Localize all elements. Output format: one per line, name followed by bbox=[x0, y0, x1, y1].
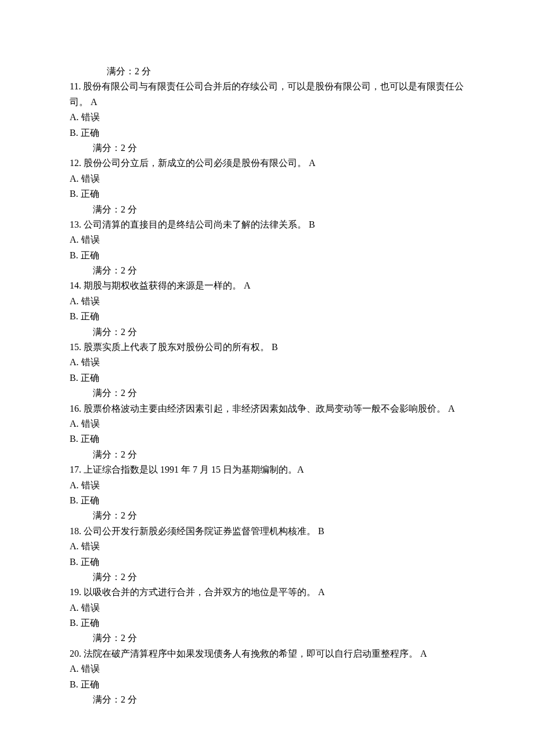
option-a: A. 错误 bbox=[70, 661, 464, 676]
option-a: A. 错误 bbox=[70, 478, 464, 493]
option-a: A. 错误 bbox=[70, 600, 464, 615]
option-a: A. 错误 bbox=[70, 294, 464, 309]
question-block-20: 20. 法院在破产清算程序中如果发现债务人有挽救的希望，即可以自行启动重整程序。… bbox=[70, 646, 464, 708]
option-a: A. 错误 bbox=[70, 171, 464, 186]
score-line: 满分：2 分 bbox=[70, 570, 464, 585]
score-line: 满分：2 分 bbox=[70, 141, 464, 156]
option-b: B. 正确 bbox=[70, 248, 464, 263]
question-block-11: 11. 股份有限公司与有限责任公司合并后的存续公司，可以是股份有限公司，也可以是… bbox=[70, 79, 464, 156]
question-block-13: 13. 公司清算的直接目的是终结公司尚未了解的法律关系。 B A. 错误 B. … bbox=[70, 217, 464, 279]
option-a: A. 错误 bbox=[70, 539, 464, 554]
option-a: A. 错误 bbox=[70, 355, 464, 370]
option-a: A. 错误 bbox=[70, 416, 464, 431]
option-b: B. 正确 bbox=[70, 677, 464, 692]
question-text: 14. 期股与期权收益获得的来源是一样的。 A bbox=[70, 278, 464, 293]
option-b: B. 正确 bbox=[70, 125, 464, 141]
question-text: 17. 上证综合指数是以 1991 年 7 月 15 日为基期编制的。A bbox=[70, 462, 464, 477]
question-text: 18. 公司公开发行新股必须经国务院证券监督管理机构核准。 B bbox=[70, 524, 464, 539]
question-block-19: 19. 以吸收合并的方式进行合并，合并双方的地位是平等的。 A A. 错误 B.… bbox=[70, 585, 464, 646]
option-b: B. 正确 bbox=[70, 615, 464, 631]
question-block-14: 14. 期股与期权收益获得的来源是一样的。 A A. 错误 B. 正确 满分：2… bbox=[70, 278, 464, 340]
question-text: 15. 股票实质上代表了股东对股份公司的所有权。 B bbox=[70, 340, 464, 355]
question-text: 11. 股份有限公司与有限责任公司合并后的存续公司，可以是股份有限公司，也可以是… bbox=[70, 79, 464, 110]
score-line: 满分：2 分 bbox=[70, 692, 464, 707]
option-b: B. 正确 bbox=[70, 309, 464, 324]
question-block-18: 18. 公司公开发行新股必须经国务院证券监督管理机构核准。 B A. 错误 B.… bbox=[70, 524, 464, 585]
question-text: 19. 以吸收合并的方式进行合并，合并双方的地位是平等的。 A bbox=[70, 585, 464, 600]
score-line: 满分：2 分 bbox=[70, 202, 464, 217]
question-block-15: 15. 股票实质上代表了股东对股份公司的所有权。 B A. 错误 B. 正确 满… bbox=[70, 340, 464, 401]
score-line: 满分：2 分 bbox=[70, 631, 464, 646]
score-line: 满分：2 分 bbox=[70, 325, 464, 340]
question-text: 16. 股票价格波动主要由经济因素引起，非经济因素如战争、政局变动等一般不会影响… bbox=[70, 401, 464, 416]
option-a: A. 错误 bbox=[70, 110, 464, 125]
score-line: 满分：2 分 bbox=[70, 386, 464, 401]
option-b: B. 正确 bbox=[70, 555, 464, 570]
score-line: 满分：2 分 bbox=[70, 263, 464, 278]
question-block-16: 16. 股票价格波动主要由经济因素引起，非经济因素如战争、政局变动等一般不会影响… bbox=[70, 401, 464, 463]
option-b: B. 正确 bbox=[70, 186, 464, 201]
question-block-12: 12. 股份公司分立后，新成立的公司必须是股份有限公司。 A A. 错误 B. … bbox=[70, 156, 464, 217]
option-b: B. 正确 bbox=[70, 431, 464, 447]
score-line-top: 满分：2 分 bbox=[70, 64, 464, 79]
question-text: 13. 公司清算的直接目的是终结公司尚未了解的法律关系。 B bbox=[70, 217, 464, 232]
question-block-17: 17. 上证综合指数是以 1991 年 7 月 15 日为基期编制的。A A. … bbox=[70, 462, 464, 524]
question-text: 20. 法院在破产清算程序中如果发现债务人有挽救的希望，即可以自行启动重整程序。… bbox=[70, 646, 464, 661]
score-line: 满分：2 分 bbox=[70, 447, 464, 462]
score-line: 满分：2 分 bbox=[70, 508, 464, 523]
option-b: B. 正确 bbox=[70, 493, 464, 508]
option-b: B. 正确 bbox=[70, 370, 464, 386]
option-a: A. 错误 bbox=[70, 232, 464, 247]
question-text: 12. 股份公司分立后，新成立的公司必须是股份有限公司。 A bbox=[70, 156, 464, 171]
